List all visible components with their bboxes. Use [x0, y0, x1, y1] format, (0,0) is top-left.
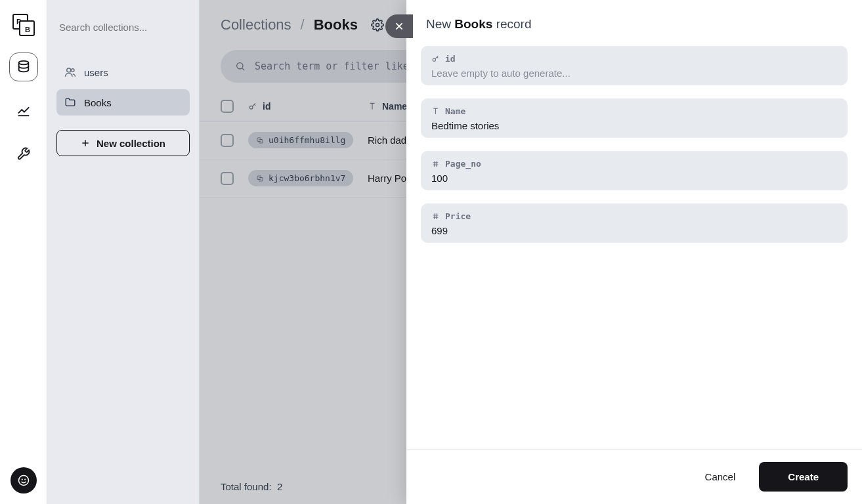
nav-settings[interactable] — [9, 139, 38, 168]
total-found: Total found: 2 — [221, 481, 282, 492]
svg-line-14 — [242, 68, 244, 70]
svg-point-12 — [376, 24, 379, 27]
plus-icon — [81, 138, 90, 148]
price-input[interactable] — [431, 225, 837, 236]
name-input[interactable] — [431, 120, 837, 131]
svg-point-9 — [72, 69, 75, 72]
sidebar-item-books[interactable]: Books — [56, 89, 190, 116]
new-record-panel: New Books record id Name — [406, 0, 862, 504]
svg-point-6 — [22, 479, 22, 480]
help-button[interactable] — [11, 467, 37, 494]
id-chip[interactable]: kjcw3bo6rbhn1v7 — [248, 170, 353, 186]
hash-icon — [431, 159, 440, 168]
panel-title: New Books record — [406, 0, 862, 41]
svg-line-30 — [437, 161, 437, 167]
svg-point-8 — [67, 68, 71, 72]
field-name[interactable]: Name — [421, 98, 848, 138]
users-icon — [64, 66, 76, 78]
svg-point-7 — [24, 479, 25, 480]
column-header-id[interactable]: id — [248, 101, 353, 112]
main-content: Collections / Books Search term or filte… — [200, 0, 862, 504]
collections-sidebar: users Books New collection — [47, 0, 200, 504]
key-icon — [248, 102, 257, 111]
row-checkbox[interactable] — [221, 172, 234, 185]
collection-search-input[interactable] — [59, 22, 187, 33]
text-icon — [431, 107, 440, 116]
nav-rail: P B — [0, 0, 47, 504]
page-no-input[interactable] — [431, 173, 837, 184]
sidebar-item-label: users — [84, 67, 108, 78]
row-name-value: Harry Pott — [368, 173, 412, 184]
column-header-label: id — [263, 101, 270, 112]
folder-icon — [64, 96, 76, 108]
breadcrumb-current: Books — [314, 16, 358, 33]
new-collection-label: New collection — [97, 138, 165, 149]
close-panel-button[interactable] — [385, 14, 413, 38]
row-id-value: kjcw3bo6rbhn1v7 — [269, 173, 345, 183]
breadcrumb-separator: / — [301, 16, 305, 33]
key-icon — [431, 54, 440, 63]
row-id-value: u0ih6ffmhu8illg — [269, 135, 345, 145]
svg-point-24 — [433, 58, 435, 61]
close-icon — [394, 21, 404, 32]
svg-point-4 — [18, 61, 28, 65]
field-label-text: Price — [445, 211, 471, 221]
breadcrumb-root[interactable]: Collections — [221, 16, 291, 33]
svg-point-15 — [249, 106, 253, 109]
field-id[interactable]: id — [421, 46, 848, 85]
svg-line-33 — [434, 213, 435, 219]
field-price[interactable]: Price — [421, 203, 848, 243]
svg-text:B: B — [25, 26, 30, 33]
column-header-name[interactable]: Name — [368, 101, 407, 112]
id-chip[interactable]: u0ih6ffmhu8illg — [248, 132, 353, 148]
copy-icon — [256, 136, 264, 144]
sidebar-item-label: Books — [84, 97, 112, 108]
filter-placeholder: Search term or filter like c — [255, 60, 421, 72]
app-logo: P B — [11, 12, 37, 38]
hash-icon — [431, 212, 440, 220]
sidebar-item-users[interactable]: users — [56, 59, 190, 85]
field-label-text: Name — [445, 106, 465, 116]
nav-collections[interactable] — [9, 52, 38, 81]
create-button[interactable]: Create — [759, 462, 848, 492]
svg-text:P: P — [16, 18, 21, 26]
field-label-text: Page_no — [445, 159, 481, 169]
copy-icon — [256, 175, 264, 182]
svg-line-29 — [434, 161, 435, 167]
svg-point-13 — [237, 63, 243, 69]
cancel-button[interactable]: Cancel — [696, 465, 745, 489]
field-label-text: id — [445, 54, 456, 64]
svg-point-5 — [18, 476, 28, 486]
select-all-checkbox[interactable] — [221, 100, 234, 113]
search-icon — [235, 61, 246, 72]
text-icon — [368, 102, 377, 111]
id-input[interactable] — [431, 68, 837, 79]
svg-line-34 — [437, 213, 437, 219]
field-page-no[interactable]: Page_no — [421, 151, 848, 190]
nav-logs[interactable] — [9, 96, 38, 125]
column-header-label: Name — [382, 101, 407, 112]
new-collection-button[interactable]: New collection — [56, 130, 190, 156]
row-checkbox[interactable] — [221, 134, 234, 147]
